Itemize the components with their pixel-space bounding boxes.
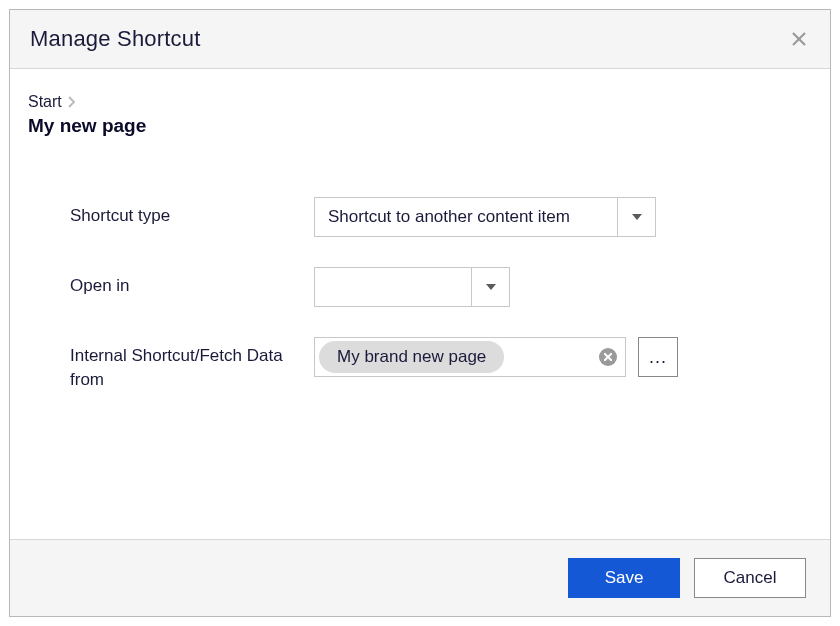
internal-shortcut-field: My brand new page ... bbox=[314, 337, 678, 377]
dialog-body: Start My new page Shortcut type Shortcut… bbox=[10, 69, 830, 539]
dialog-title: Manage Shortcut bbox=[30, 26, 201, 52]
open-in-row: Open in bbox=[70, 267, 812, 307]
close-icon bbox=[792, 32, 806, 46]
chevron-down-icon bbox=[486, 284, 496, 290]
shortcut-type-value: Shortcut to another content item bbox=[315, 198, 617, 236]
breadcrumb-root[interactable]: Start bbox=[28, 93, 62, 111]
internal-shortcut-input[interactable]: My brand new page bbox=[314, 337, 626, 377]
shortcut-type-select[interactable]: Shortcut to another content item bbox=[314, 197, 656, 237]
breadcrumb: Start bbox=[28, 93, 812, 111]
breadcrumb-current: My new page bbox=[28, 115, 812, 137]
chevron-down-icon bbox=[632, 214, 642, 220]
shortcut-type-label: Shortcut type bbox=[70, 197, 314, 228]
manage-shortcut-dialog: Manage Shortcut Start My new page Shortc… bbox=[9, 9, 831, 617]
dialog-header: Manage Shortcut bbox=[10, 10, 830, 69]
shortcut-type-dropdown-arrow[interactable] bbox=[617, 198, 655, 236]
dialog-footer: Save Cancel bbox=[10, 539, 830, 616]
shortcut-type-row: Shortcut type Shortcut to another conten… bbox=[70, 197, 812, 237]
clear-token-button[interactable] bbox=[599, 348, 617, 366]
save-button[interactable]: Save bbox=[568, 558, 680, 598]
close-button[interactable] bbox=[788, 26, 810, 52]
internal-shortcut-label: Internal Shortcut/Fetch Data from bbox=[70, 337, 314, 392]
chevron-right-icon bbox=[68, 94, 76, 111]
internal-shortcut-token: My brand new page bbox=[319, 341, 504, 373]
close-icon bbox=[604, 353, 612, 361]
open-in-value bbox=[315, 268, 471, 306]
open-in-select[interactable] bbox=[314, 267, 510, 307]
cancel-button[interactable]: Cancel bbox=[694, 558, 806, 598]
internal-shortcut-row: Internal Shortcut/Fetch Data from My bra… bbox=[70, 337, 812, 392]
form-area: Shortcut type Shortcut to another conten… bbox=[28, 197, 812, 392]
open-in-dropdown-arrow[interactable] bbox=[471, 268, 509, 306]
open-in-label: Open in bbox=[70, 267, 314, 298]
browse-button[interactable]: ... bbox=[638, 337, 678, 377]
